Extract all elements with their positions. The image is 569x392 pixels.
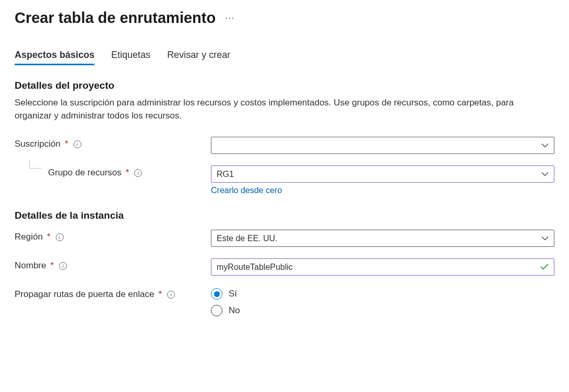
tab-basics[interactable]: Aspectos básicos [15, 50, 94, 65]
radio-icon [211, 288, 222, 300]
info-icon[interactable]: i [59, 262, 67, 270]
tab-review[interactable]: Revisar y crear [167, 50, 230, 65]
name-value: myRouteTablePublic [217, 263, 293, 272]
resource-group-value: RG1 [217, 170, 234, 179]
propagate-label: Propagar rutas de puerta de enlace * i [15, 287, 211, 300]
section-title-project: Detalles del proyecto [15, 80, 554, 91]
tab-tags[interactable]: Etiquetas [111, 50, 150, 65]
section-title-instance: Detalles de la instancia [15, 210, 554, 221]
region-select[interactable]: Este de EE. UU. [211, 230, 554, 247]
radio-label: No [229, 305, 240, 316]
info-icon[interactable]: i [56, 233, 64, 241]
required-asterisk: * [126, 168, 129, 178]
name-input[interactable]: myRouteTablePublic [211, 258, 554, 276]
resource-group-select[interactable]: RG1 [211, 165, 554, 183]
project-intro: Seleccione la suscripción para administr… [15, 97, 547, 122]
propagate-radio-yes[interactable]: Sí [211, 288, 554, 300]
chevron-down-icon [541, 236, 549, 241]
tree-connector-icon [29, 160, 42, 169]
info-icon[interactable]: i [74, 140, 81, 148]
required-asterisk: * [158, 289, 162, 300]
info-icon[interactable]: i [167, 291, 175, 299]
subscription-select[interactable] [211, 137, 554, 154]
more-icon[interactable]: ··· [225, 13, 234, 23]
resource-group-label: Grupo de recursos * i [15, 165, 211, 178]
region-label: Región * i [15, 230, 211, 242]
chevron-down-icon [541, 143, 549, 148]
required-asterisk: * [47, 232, 51, 242]
tabs: Aspectos básicos Etiquetas Revisar y cre… [15, 50, 554, 65]
propagate-radio-group: Sí No [211, 287, 554, 316]
chevron-down-icon [541, 172, 549, 176]
subscription-label: Suscripción * i [15, 137, 211, 149]
page-title: Crear tabla de enrutamiento [15, 9, 216, 27]
propagate-radio-no[interactable]: No [211, 305, 554, 316]
radio-icon [211, 305, 222, 316]
create-new-link[interactable]: Crearlo desde cero [211, 186, 282, 195]
region-value: Este de EE. UU. [217, 234, 278, 243]
info-icon[interactable]: i [134, 169, 142, 177]
required-asterisk: * [50, 260, 54, 271]
radio-label: Sí [229, 289, 237, 299]
required-asterisk: * [65, 139, 68, 149]
check-icon [540, 263, 549, 272]
name-label: Nombre * i [15, 258, 211, 271]
